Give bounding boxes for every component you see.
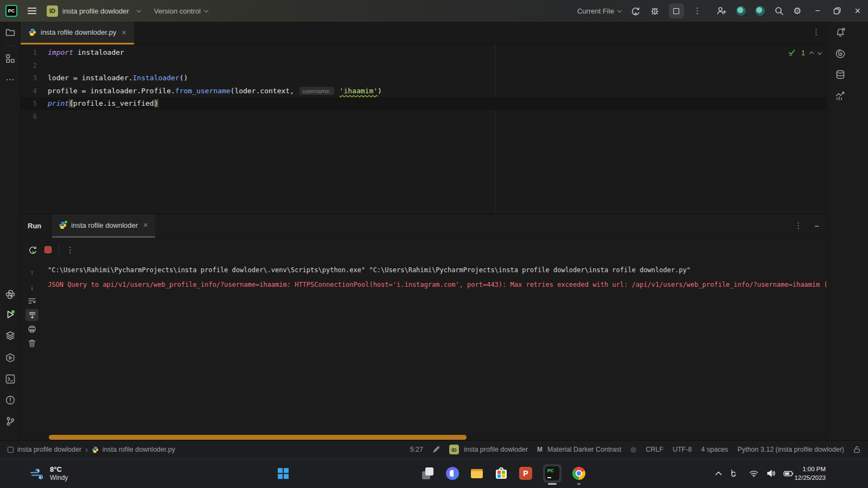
avatar[interactable] (736, 6, 746, 16)
services-tool-icon[interactable] (5, 331, 15, 341)
more-tool-windows-icon[interactable]: ⋯ (6, 74, 15, 85)
run-panel-options-icon[interactable]: ⋮ (794, 221, 802, 230)
debug-icon[interactable] (650, 6, 660, 16)
editor-tab[interactable]: insta rofile downloder.py × (21, 22, 134, 44)
pen-input-icon[interactable] (730, 470, 737, 477)
horizontal-scrollbar-thumb[interactable] (49, 435, 467, 440)
scroll-down-icon[interactable]: ↓ (30, 283, 34, 291)
microsoft-store-button[interactable] (494, 466, 508, 480)
indent-setting[interactable]: 4 spaces (701, 446, 728, 453)
run-icon[interactable] (630, 6, 641, 16)
line-number[interactable]: 3 (21, 72, 37, 85)
run-tab[interactable]: insta rofile downloder × (52, 214, 155, 237)
line-number[interactable]: 4 (21, 85, 37, 98)
git-tool-icon[interactable] (5, 416, 15, 426)
soft-wrap-icon[interactable] (28, 298, 36, 305)
volume-icon[interactable] (767, 470, 775, 477)
hidden-icons-chevron-icon[interactable] (715, 471, 722, 476)
window-restore-button[interactable] (833, 7, 841, 15)
scroll-up-icon[interactable]: ↑ (30, 268, 34, 277)
rerun-icon[interactable] (28, 245, 37, 255)
material-theme-icon: M (537, 446, 542, 453)
run-configuration-selector[interactable]: Current File (577, 7, 621, 15)
project-badge[interactable]: ID (449, 445, 459, 454)
file-explorer-button[interactable] (470, 466, 484, 480)
stop-process-icon[interactable] (44, 246, 52, 253)
code-line[interactable]: 3loder = instaloader.Instaloader() (21, 72, 827, 85)
pycharm-taskbar-button[interactable]: PC (543, 466, 561, 480)
code-text: print(profile.is_verified) (37, 99, 158, 107)
clock-widget[interactable]: 1:00 PM 12/25/2023 (781, 465, 826, 482)
console-more-icon[interactable]: ⋮ (66, 245, 74, 255)
run-tab-close-icon[interactable]: × (142, 221, 149, 229)
notifications-bell-icon[interactable] (835, 28, 845, 37)
database-icon[interactable] (835, 70, 845, 80)
cursor-position[interactable]: 5:27 (410, 446, 423, 453)
main-menu-icon[interactable] (25, 5, 39, 16)
run-console[interactable]: ↑ ↓ "C:\Users\Ra (21, 262, 827, 434)
inspections-widget[interactable]: 1 (784, 48, 825, 58)
settings-gear-icon[interactable]: ⚙ (793, 5, 801, 17)
breadcrumb-separator: › (85, 445, 88, 454)
terminal-tool-icon[interactable] (5, 374, 15, 384)
clear-console-trash-icon[interactable] (28, 339, 36, 348)
status-project-name[interactable]: insta profile dowloder (464, 446, 528, 453)
read-only-pen-icon[interactable] (432, 446, 440, 453)
run-panel-title[interactable]: Run (28, 222, 41, 230)
tab-close-icon[interactable]: × (120, 28, 127, 37)
file-encoding[interactable]: UTF-8 (673, 446, 692, 453)
run-tool-icon[interactable] (5, 310, 15, 319)
python-console-tool-icon[interactable] (5, 353, 15, 363)
unlock-icon[interactable] (853, 446, 860, 453)
avatar[interactable] (755, 6, 765, 16)
code-line[interactable]: 1import instaloader (21, 46, 827, 59)
media-app-button[interactable] (445, 466, 459, 480)
line-number[interactable]: 5 (21, 98, 37, 111)
code-line[interactable]: 6 (21, 110, 827, 123)
python-packages-tool-icon[interactable] (5, 290, 15, 300)
stop-button[interactable] (669, 3, 684, 18)
problems-tool-icon[interactable] (5, 395, 15, 405)
project-widget[interactable]: ID insta profile dowloder (47, 5, 141, 17)
line-number[interactable]: 1 (21, 47, 37, 60)
line-number[interactable]: 6 (21, 111, 37, 124)
structure-tool-icon[interactable] (5, 54, 15, 63)
windy-weather-icon (30, 467, 45, 479)
code-editor[interactable]: 1import instaloader23loder = instaloader… (21, 44, 827, 214)
powerpoint-button[interactable]: P (519, 466, 533, 480)
more-actions-icon[interactable]: ⋮ (693, 6, 701, 16)
scroll-to-end-icon[interactable] (25, 309, 39, 321)
start-button[interactable] (278, 468, 289, 479)
breadcrumb-project[interactable]: insta profile dowloder (17, 446, 81, 453)
python-interpreter[interactable]: Python 3.12 (insta profile dowloder) (737, 446, 844, 453)
stop-icon (673, 8, 679, 14)
toolbar-divider (59, 245, 59, 255)
task-view-button[interactable] (421, 466, 435, 480)
next-problem-icon[interactable] (818, 50, 822, 54)
tab-options-icon[interactable]: ⋮ (812, 27, 820, 37)
print-icon[interactable] (28, 325, 36, 333)
code-line[interactable]: 2 (21, 59, 827, 72)
theme-color-dot[interactable] (630, 447, 636, 453)
weather-widget[interactable]: 8°C Windy (30, 465, 68, 482)
project-tool-icon[interactable] (5, 28, 15, 37)
code-line[interactable]: 4profile = instaloader.Profile.from_user… (21, 85, 827, 98)
ai-assistant-icon[interactable] (835, 49, 846, 59)
previous-problem-icon[interactable] (809, 52, 814, 56)
chrome-button[interactable] (572, 466, 586, 480)
theme-name[interactable]: Material Darker Contrast (547, 446, 621, 453)
window-close-button[interactable]: × (854, 5, 860, 17)
pycharm-app-icon: PC (545, 466, 559, 480)
line-ending[interactable]: CRLF (646, 446, 663, 453)
search-icon[interactable] (774, 6, 784, 16)
code-text: import instaloader (37, 48, 124, 56)
code-with-me-icon[interactable] (716, 6, 727, 16)
endpoints-chart-icon[interactable] (835, 91, 846, 101)
line-number[interactable]: 2 (21, 60, 37, 73)
breadcrumb-file[interactable]: insta rofile downloder.py (103, 446, 175, 453)
wifi-icon[interactable] (749, 470, 758, 477)
version-control-widget[interactable]: Version control (154, 7, 208, 15)
code-line[interactable]: 5print(profile.is_verified) (21, 97, 827, 110)
window-minimize-button[interactable]: − (815, 6, 820, 16)
run-panel-minimize-icon[interactable]: − (814, 221, 819, 230)
